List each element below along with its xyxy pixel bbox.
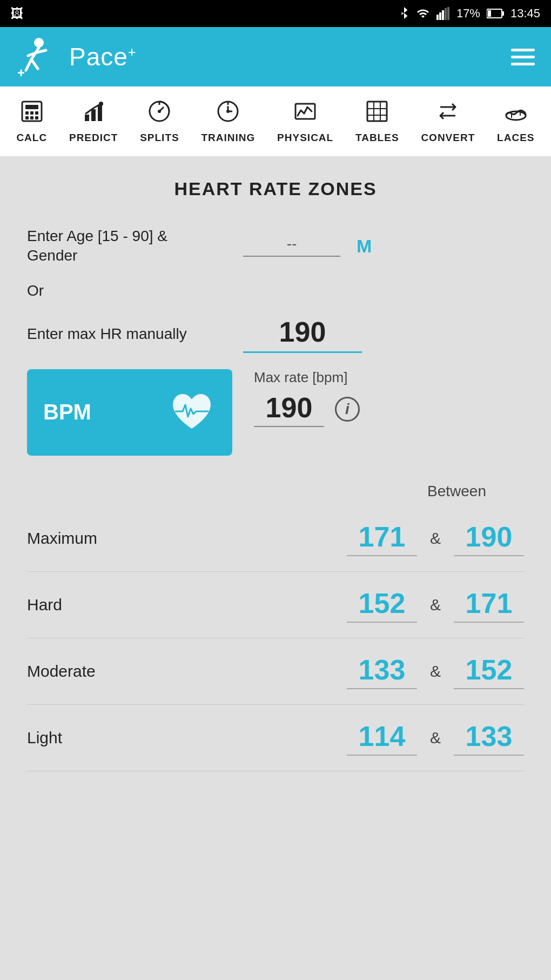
info-button[interactable]: i	[335, 397, 360, 422]
wifi-icon	[415, 7, 431, 20]
app-logo: +	[16, 35, 59, 78]
max-hr-input[interactable]	[243, 316, 362, 353]
max-hr-row: Enter max HR manually	[27, 316, 524, 353]
bpm-section: BPM Max rate [bpm] 190 i	[27, 369, 524, 456]
zone-values-hard: 152 & 171	[135, 587, 524, 623]
zone-amp-maximum: &	[430, 529, 441, 548]
svg-rect-24	[91, 109, 96, 121]
zone-name-maximum: Maximum	[27, 529, 135, 548]
splits-icon	[147, 99, 171, 129]
nav-item-predict[interactable]: PREDICT	[65, 94, 122, 149]
zone-name-light: Light	[27, 729, 135, 747]
bluetooth-icon	[398, 6, 410, 21]
svg-rect-25	[98, 105, 102, 121]
battery-text: 17%	[456, 6, 480, 21]
max-rate-value: 190	[254, 391, 324, 427]
laces-icon	[504, 99, 528, 129]
heart-rate-icon	[167, 390, 216, 435]
gallery-icon: 🖼	[11, 6, 24, 21]
nav-item-calc[interactable]: CALC	[12, 94, 51, 149]
svg-rect-19	[35, 111, 38, 115]
max-rate-row: 190 i	[254, 391, 360, 427]
gender-selector[interactable]: M	[357, 236, 372, 257]
nav-item-training[interactable]: TRAINING	[197, 94, 259, 149]
battery-icon	[487, 8, 504, 19]
svg-point-26	[99, 102, 103, 106]
svg-line-10	[26, 59, 31, 70]
zones-header: Between	[27, 483, 524, 500]
predict-icon	[82, 99, 105, 129]
max-rate-label: Max rate [bpm]	[254, 369, 347, 386]
nav-item-convert[interactable]: CONVERT	[416, 94, 479, 149]
status-right: 17% 13:45	[398, 6, 540, 21]
between-label: Between	[427, 483, 486, 500]
zone-name-hard: Hard	[27, 596, 135, 614]
convert-icon	[436, 99, 460, 129]
time-display: 13:45	[510, 6, 540, 21]
app-bar-left: + Pace+	[16, 35, 137, 78]
svg-rect-1	[439, 12, 441, 20]
zone-low-moderate: 133	[347, 654, 417, 689]
zone-row-light: Light 114 & 133	[27, 705, 524, 771]
zone-amp-hard: &	[430, 596, 441, 614]
zone-values-moderate: 133 & 152	[135, 654, 524, 689]
svg-rect-4	[447, 7, 449, 20]
zone-row-moderate: Moderate 133 & 152	[27, 638, 524, 705]
max-rate-column: Max rate [bpm] 190 i	[254, 369, 360, 427]
page-title: HEART RATE ZONES	[27, 178, 524, 199]
tables-label: TABLES	[355, 132, 399, 144]
zone-values-light: 114 & 133	[135, 720, 524, 756]
nav-item-tables[interactable]: TABLES	[351, 94, 404, 149]
zone-name-moderate: Moderate	[27, 662, 135, 681]
svg-line-11	[31, 59, 38, 69]
nav-item-physical[interactable]: PHYSICAL	[273, 94, 338, 149]
svg-rect-20	[25, 116, 29, 119]
predict-label: PREDICT	[69, 132, 118, 144]
bpm-label: BPM	[43, 400, 91, 424]
svg-rect-3	[445, 8, 447, 20]
zone-low-maximum: 171	[347, 521, 417, 556]
svg-rect-18	[30, 111, 33, 115]
tables-icon	[365, 99, 389, 129]
age-gender-row: Enter Age [15 - 90] &Gender M	[27, 226, 524, 266]
nav-toolbar: CALC PREDICT SPLITS	[0, 86, 551, 157]
app-bar: + Pace+	[0, 27, 551, 86]
svg-text:+: +	[17, 65, 25, 78]
physical-label: PHYSICAL	[277, 132, 333, 144]
svg-rect-37	[367, 102, 387, 121]
svg-rect-0	[436, 15, 439, 20]
nav-item-splits[interactable]: SPLITS	[136, 94, 184, 149]
svg-point-8	[34, 38, 44, 48]
training-icon	[216, 99, 240, 129]
svg-rect-6	[502, 11, 504, 16]
hamburger-menu[interactable]	[511, 49, 535, 65]
zone-low-hard: 152	[347, 587, 417, 623]
calc-icon	[20, 99, 44, 129]
nav-item-laces[interactable]: LACES	[493, 94, 539, 149]
svg-rect-16	[25, 105, 38, 109]
physical-icon	[293, 99, 317, 129]
svg-point-30	[158, 110, 161, 113]
zone-high-maximum: 190	[454, 521, 524, 556]
age-input[interactable]	[243, 235, 340, 257]
splits-label: SPLITS	[140, 132, 179, 144]
svg-rect-2	[442, 10, 444, 20]
bpm-card[interactable]: BPM	[27, 369, 232, 456]
zones-section: Between Maximum 171 & 190 Hard 152 & 171…	[27, 483, 524, 771]
training-label: TRAINING	[201, 132, 255, 144]
svg-rect-21	[30, 116, 33, 119]
status-bar: 🖼 17% 13:45	[0, 0, 551, 27]
zone-amp-light: &	[430, 729, 441, 747]
age-input-group: M	[243, 235, 524, 257]
svg-rect-22	[35, 116, 38, 119]
zone-amp-moderate: &	[430, 662, 441, 681]
zone-low-light: 114	[347, 720, 417, 756]
signal-icon	[436, 7, 450, 20]
svg-rect-23	[85, 115, 89, 121]
svg-rect-17	[25, 111, 29, 115]
zone-values-maximum: 171 & 190	[135, 521, 524, 556]
app-title: Pace+	[69, 42, 137, 71]
zone-high-hard: 171	[454, 587, 524, 623]
status-icons	[398, 6, 450, 21]
calc-label: CALC	[16, 132, 47, 144]
